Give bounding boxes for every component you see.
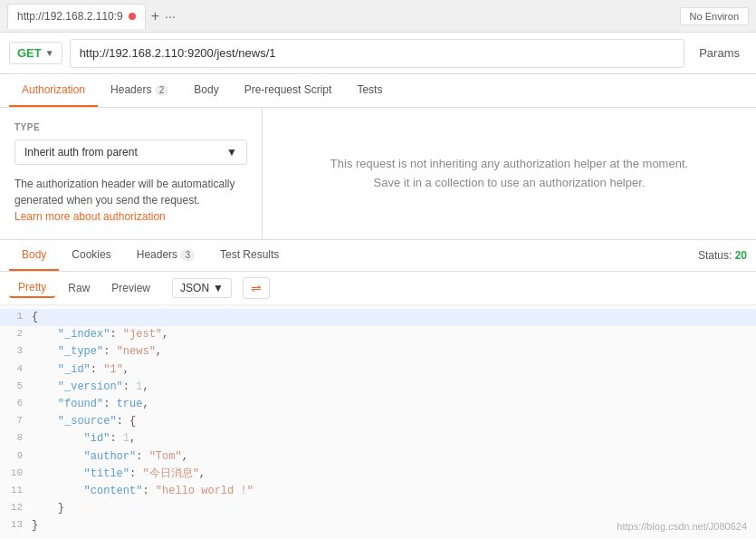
method-label: GET xyxy=(17,46,42,60)
tab-tests[interactable]: Tests xyxy=(344,74,395,107)
format-select-arrow-icon: ▼ xyxy=(213,282,224,294)
params-button[interactable]: Params xyxy=(692,46,747,60)
format-raw-button[interactable]: Raw xyxy=(59,279,99,297)
code-line-5: 5 "_version": 1, xyxy=(0,379,756,396)
res-tab-body[interactable]: Body xyxy=(9,240,59,271)
response-code-area[interactable]: 1 { 2 "_index": "jest", 3 "_type": "news… xyxy=(0,305,756,538)
auth-panel: TYPE Inherit auth from parent ▼ The auth… xyxy=(0,108,756,240)
tab-body[interactable]: Body xyxy=(181,74,231,107)
format-pretty-button[interactable]: Pretty xyxy=(9,278,55,298)
auth-select-arrow-icon: ▼ xyxy=(226,146,237,159)
auth-type-select[interactable]: Inherit auth from parent ▼ xyxy=(14,140,247,165)
code-line-11: 11 "content": "hello world !" xyxy=(0,483,756,500)
code-line-7: 7 "_source": { xyxy=(0,413,756,430)
request-tabs: Authorization Headers 2 Body Pre-request… xyxy=(0,74,756,108)
code-line-8: 8 "id": 1, xyxy=(0,430,756,448)
tab-bar: http://192.168.2.110:9 + ··· No Environ xyxy=(0,0,756,33)
res-tab-test-results[interactable]: Test Results xyxy=(207,240,292,271)
tab-prerequest[interactable]: Pre-request Script xyxy=(232,74,345,107)
tab-add-button[interactable]: + xyxy=(146,8,165,24)
auth-description: The authorization header will be automat… xyxy=(14,176,247,225)
code-line-12: 12 } xyxy=(0,500,756,517)
format-bar: Pretty Raw Preview JSON ▼ ⇌ xyxy=(0,272,756,305)
res-tab-headers[interactable]: Headers 3 xyxy=(124,240,207,271)
method-dropdown[interactable]: GET ▼ xyxy=(9,42,62,64)
url-input[interactable] xyxy=(70,39,685,68)
browser-tab[interactable]: http://192.168.2.110:9 xyxy=(7,4,146,29)
res-tab-cookies[interactable]: Cookies xyxy=(59,240,123,271)
code-line-10: 10 "title": "今日消息", xyxy=(0,466,756,483)
auth-left-panel: TYPE Inherit auth from parent ▼ The auth… xyxy=(0,108,263,239)
code-line-4: 4 "_id": "1", xyxy=(0,361,756,379)
tab-headers[interactable]: Headers 2 xyxy=(98,74,181,107)
code-line-9: 9 "author": "Tom", xyxy=(0,448,756,466)
response-tabs-bar: Body Cookies Headers 3 Test Results Stat… xyxy=(0,240,756,272)
tab-url: http://192.168.2.110:9 xyxy=(17,10,123,23)
url-bar: GET ▼ Params xyxy=(0,33,756,74)
watermark: https://blog.csdn.net/J080624 xyxy=(617,521,747,532)
response-tabs: Body Cookies Headers 3 Test Results xyxy=(9,240,698,271)
no-environment[interactable]: No Environ xyxy=(680,7,749,25)
status-code: 20 xyxy=(735,249,747,262)
tab-more-button[interactable]: ··· xyxy=(165,9,176,24)
status-bar: Status: 20 xyxy=(698,249,747,262)
word-wrap-button[interactable]: ⇌ xyxy=(243,277,270,299)
format-preview-button[interactable]: Preview xyxy=(102,279,159,297)
code-line-3: 3 "_type": "news", xyxy=(0,343,756,361)
format-type-select[interactable]: JSON ▼ xyxy=(172,278,232,298)
auth-type-value: Inherit auth from parent xyxy=(24,146,138,159)
type-label: TYPE xyxy=(14,122,247,132)
auth-learn-link[interactable]: Learn more about authorization xyxy=(14,210,166,223)
code-line-6: 6 "found": true, xyxy=(0,396,756,413)
code-line-2: 2 "_index": "jest", xyxy=(0,326,756,343)
auth-right-panel: This request is not inheriting any autho… xyxy=(263,108,756,239)
format-type-value: JSON xyxy=(180,282,209,294)
tab-authorization[interactable]: Authorization xyxy=(9,74,98,107)
tab-dot xyxy=(129,13,136,20)
code-line-1: 1 { xyxy=(0,309,756,326)
method-arrow-icon: ▼ xyxy=(45,48,54,58)
auth-helper-message: This request is not inheriting any autho… xyxy=(329,155,691,193)
